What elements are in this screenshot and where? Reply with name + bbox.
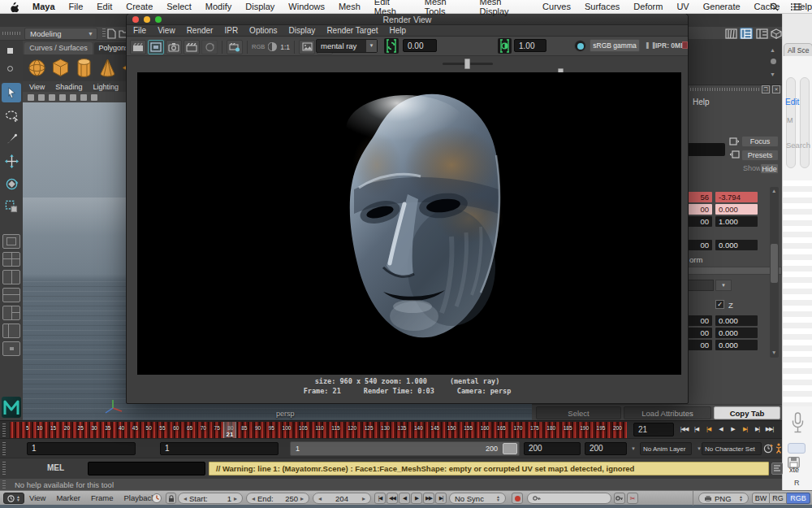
scroll-down-icon[interactable]: ▼ — [770, 72, 775, 77]
select-tool[interactable] — [2, 83, 21, 102]
blender-playback-button[interactable]: ▶▶ — [423, 493, 434, 504]
tool-settings-icon[interactable] — [756, 28, 768, 39]
panel-icon[interactable] — [59, 94, 66, 101]
color-management-icon[interactable] — [574, 40, 586, 52]
command-feedback-warning[interactable]: // Warning: line 1: (Mayatomr.Scene) : F… — [209, 462, 769, 475]
playback-button[interactable]: ◀ — [715, 423, 726, 436]
render-region-icon[interactable] — [148, 40, 164, 54]
ae-scrollbar[interactable]: ▲ ▼ — [770, 187, 779, 358]
layout-two-pane-stacked[interactable] — [2, 288, 20, 302]
menubar-app-name[interactable]: Maya — [32, 2, 55, 11]
channel-box-icon[interactable] — [771, 28, 782, 39]
ae-field-clipped[interactable]: 00 — [686, 216, 712, 227]
scale-tool[interactable] — [2, 197, 21, 216]
layout-outliner-persp[interactable] — [2, 323, 20, 338]
drag-handle[interactable] — [2, 32, 20, 35]
blender-menu-item[interactable]: Marker — [56, 493, 80, 502]
editor-type-dropdown[interactable]: ▲▼ — [3, 493, 24, 504]
playback-button[interactable]: ▶| — [752, 423, 762, 436]
slider-handle[interactable] — [464, 59, 470, 69]
command-language-toggle[interactable]: MEL — [47, 463, 64, 472]
finder-tab[interactable]: All Sce — [784, 43, 812, 56]
stepper-right-icon[interactable]: ▸ — [234, 495, 237, 502]
prefs-runner-icon[interactable] — [774, 443, 783, 454]
exposure-slider[interactable] — [443, 63, 493, 65]
time-slider[interactable]: 5101520253035404550556065707580859095100… — [0, 420, 782, 438]
panel-menu-item[interactable]: Lighting — [93, 83, 119, 91]
panel-menu-item[interactable]: Shading — [55, 83, 82, 91]
current-frame-stepper[interactable]: ◂ 204 ▸ — [313, 493, 371, 504]
ae-name-field[interactable] — [686, 143, 725, 156]
paint-select-tool[interactable] — [2, 128, 21, 148]
rendered-image[interactable] — [137, 72, 681, 375]
blender-playback-button[interactable]: ▶| — [435, 493, 447, 504]
layout-single-pane[interactable] — [2, 234, 20, 249]
ae-dropdown[interactable] — [686, 280, 714, 291]
range-slider[interactable]: 1 200 — [290, 441, 520, 456]
ae-field-clipped[interactable]: 56 — [686, 192, 712, 202]
ae-field[interactable]: -3.794 — [715, 192, 758, 202]
lock-frame-icon[interactable] — [166, 493, 176, 504]
menubar-item[interactable]: File — [69, 2, 84, 11]
stepper-left-icon[interactable]: ◂ — [252, 495, 255, 502]
menubar-item[interactable]: Edit Mesh — [374, 0, 411, 16]
scroll-thumb[interactable] — [771, 59, 776, 64]
panel-icon[interactable] — [28, 94, 34, 101]
render-view-menu-item[interactable]: Options — [249, 26, 277, 35]
playback-end-field[interactable]: 200 — [524, 442, 581, 455]
select-button[interactable]: Select — [536, 406, 621, 419]
drag-handle[interactable] — [2, 462, 6, 475]
shelf-menu-icon[interactable] — [7, 48, 13, 54]
ae-field[interactable]: 0.000 — [715, 315, 758, 326]
start-frame-stepper[interactable]: ◂ Start: 1 ▸ — [178, 493, 243, 504]
contrast-field[interactable]: 1.00 — [514, 39, 546, 52]
menubar-item[interactable]: UV — [676, 2, 689, 11]
menubar-item[interactable]: Create — [126, 2, 153, 11]
ae-field-clipped[interactable]: 00 — [686, 328, 712, 338]
popout-icon[interactable]: ❐ — [762, 85, 770, 93]
render-view-menu-item[interactable]: Render — [187, 26, 214, 35]
auto-keyframe-icon[interactable] — [763, 443, 774, 454]
panel-icon[interactable] — [80, 94, 87, 101]
delete-keyframe-icon[interactable]: ✂ — [627, 493, 638, 504]
ae-field[interactable]: 0.000 — [715, 240, 758, 250]
refresh-render-icon[interactable] — [384, 38, 399, 54]
panel-icon[interactable] — [91, 94, 97, 101]
playback-button[interactable]: ▶ — [728, 423, 738, 436]
menubar-item[interactable]: Curves — [542, 2, 571, 11]
search-icon[interactable] — [770, 2, 779, 11]
zoom-window-icon[interactable] — [155, 16, 162, 23]
layout-custom[interactable] — [2, 341, 20, 356]
polygon-cube-icon[interactable] — [50, 58, 71, 78]
ae-field[interactable]: 1.000 — [715, 216, 758, 227]
copy-tab-button[interactable]: Copy Tab — [714, 406, 780, 419]
scroll-up-icon[interactable]: ▲ — [770, 47, 775, 53]
current-time-marker[interactable]: 21 — [223, 422, 236, 438]
finder-small-icon[interactable] — [788, 443, 806, 454]
hide-button[interactable]: Hide — [760, 163, 779, 174]
layout-three-pane[interactable] — [2, 306, 20, 320]
playback-button[interactable]: ▶| — [740, 423, 750, 436]
ae-field-clipped[interactable]: 00 — [686, 340, 712, 350]
lasso-tool[interactable] — [2, 106, 21, 125]
drag-handle[interactable] — [2, 423, 6, 436]
layout-two-pane-side[interactable] — [2, 270, 20, 284]
finder-edit-link[interactable]: Edit — [785, 98, 799, 106]
finder-search-field[interactable]: Search — [786, 141, 810, 150]
playback-button[interactable]: |◀ — [691, 423, 702, 436]
polygon-sphere-icon[interactable] — [27, 58, 47, 78]
panel-drag-handle[interactable] — [688, 88, 759, 91]
record-button[interactable] — [512, 493, 523, 504]
menubar-item[interactable]: Deform — [633, 2, 663, 11]
renderer-dropdown[interactable]: mental ray ▼ — [316, 39, 378, 53]
menubar-item[interactable]: Modify — [205, 2, 231, 11]
ae-field[interactable]: 0.000 — [715, 204, 758, 215]
modeling-toolkit-icon[interactable] — [725, 28, 737, 39]
apple-menu-icon[interactable] — [10, 2, 19, 12]
move-tool[interactable] — [2, 151, 21, 171]
stepper-right-icon[interactable]: ▸ — [362, 495, 365, 502]
stepper-left-icon[interactable]: ◂ — [318, 495, 322, 502]
render-settings-icon[interactable] — [227, 40, 243, 54]
sync-mode-dropdown[interactable]: No Sync ▲▼ — [449, 493, 506, 504]
menubar-item[interactable]: Select — [166, 2, 192, 11]
